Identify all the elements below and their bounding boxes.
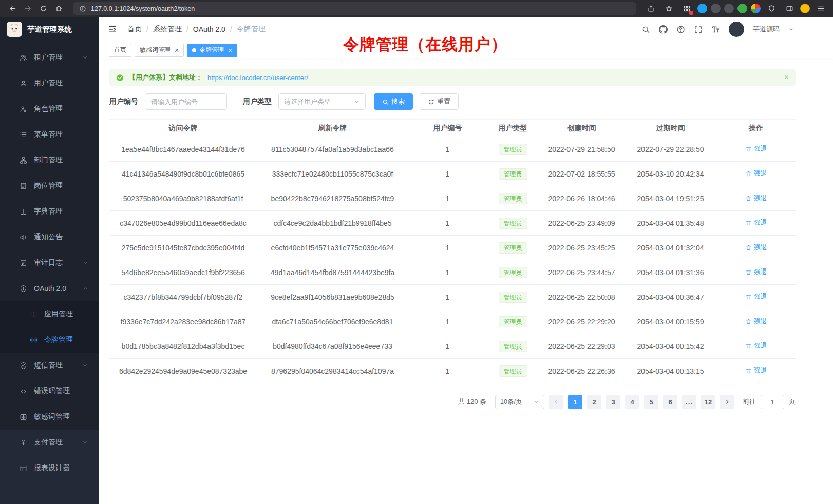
force-logout-button[interactable]: 强退 [745,243,767,252]
user-id-cell: 1 [408,211,487,236]
reload-icon[interactable] [36,2,50,15]
extension-blue-icon[interactable] [697,4,707,13]
app-logo[interactable]: 芋道管理系统 [0,17,99,42]
user-avatar[interactable] [729,22,744,37]
page-size-select[interactable]: 10条/页 [495,395,544,409]
address-bar[interactable]: 127.0.0.1:1024/system/oauth2/token [73,2,636,15]
sidebar-item-errcode[interactable]: 错误码管理 [0,378,99,404]
force-logout-button[interactable]: 强退 [745,144,767,153]
app-menu-icon[interactable] [813,2,828,15]
table-row: c342377bf8b344799dcbf7bf095287f29ce8ef2a… [109,285,796,309]
sidebar-item-token[interactable]: 令牌管理 [0,327,99,353]
force-logout-button[interactable]: 强退 [745,341,767,351]
goto-page-input[interactable] [761,395,784,409]
close-tab-icon[interactable]: × [175,47,179,54]
fullscreen-icon[interactable] [694,25,703,34]
extension-dark-icon[interactable] [711,4,721,13]
tab-item[interactable]: 敏感词管理× [135,44,184,57]
page-button-2[interactable]: 2 [587,395,601,409]
refresh-token-cell: e6cfd40eb1f54571a31e775e039c4624 [257,236,408,260]
sidebar-item-menu[interactable]: 菜单管理 [0,122,99,147]
sidebar-item-oauth[interactable]: OAuth 2.0 [0,276,99,301]
extensions-puzzle-icon[interactable] [751,4,761,13]
goto-label: 前往 [743,397,756,406]
browser-profile-avatar[interactable] [800,4,810,13]
font-size-icon[interactable] [711,25,720,34]
alert-close-icon[interactable]: × [784,73,789,82]
sidebar-item-label: OAuth 2.0 [34,284,66,293]
refresh-token-cell: cdfc4ce9c2da4bb1bdf21b9918ff4be5 [257,211,408,236]
extensions-icon[interactable] [679,2,694,15]
sidebar-item-notice[interactable]: 通知公告 [0,224,99,250]
sidebar-item-dict[interactable]: 字典管理 [0,199,99,224]
sidebar-item-report[interactable]: 报表设计器 [0,455,99,481]
force-logout-button[interactable]: 强退 [745,292,767,301]
sidebar-item-pay[interactable]: 支付管理 [0,430,99,455]
user-type-tag: 管理员 [499,292,527,303]
help-icon[interactable] [676,25,685,34]
action-cell: 强退 [716,309,796,334]
access-token-cell: c342377bf8b344799dcbf7bf095287f2 [109,285,257,309]
action-cell: 强退 [716,236,796,260]
next-page-button[interactable] [720,395,734,409]
chevron-down-icon[interactable] [788,27,794,32]
force-logout-button[interactable]: 强退 [745,169,767,178]
pagination: 共 120 条 10条/页 123456...12 前往 页 [109,395,796,409]
sidebar-item-tenant[interactable]: 租户管理 [0,45,99,70]
force-logout-button[interactable]: 强退 [745,317,767,326]
active-tab-dot [192,48,196,52]
close-tab-icon[interactable]: × [228,47,232,54]
sidebar-item-sensitive[interactable]: 敏感词管理 [0,404,99,430]
sidebar-item-post[interactable]: 岗位管理 [0,173,99,199]
force-logout-button[interactable]: 强退 [745,366,767,375]
page-button-6[interactable]: 6 [663,395,677,409]
page-button-1[interactable]: 1 [568,395,582,409]
sidebar-item-user[interactable]: 用户管理 [0,70,99,96]
extension-green-icon[interactable] [737,4,747,13]
sidebar-item-sms[interactable]: 短信管理 [0,353,99,378]
nav-back-icon[interactable] [5,2,20,15]
tab-active[interactable]: 令牌管理× [187,44,237,57]
home-icon[interactable] [51,2,66,15]
tab-item[interactable]: 首页 [109,44,131,57]
search-icon[interactable] [641,25,650,34]
table-row: 1ea5e44f8bc1467aaede43144f31de76811c5304… [109,137,796,162]
sidebar-item-app[interactable]: 应用管理 [0,301,99,327]
github-icon[interactable] [659,25,668,34]
collapse-sidebar-icon[interactable] [108,25,117,34]
user-id-input[interactable] [145,93,227,110]
sidebar-item-log[interactable]: 审计日志 [0,250,99,276]
user-id-cell: 1 [408,260,487,285]
alert-doc-link[interactable]: https://doc.iocoder.cn/user-center/ [207,74,308,82]
page-button-3[interactable]: 3 [606,395,620,409]
user-type-select[interactable]: 请选择用户类型 [278,93,366,110]
page-button-5[interactable]: 5 [644,395,658,409]
force-logout-button[interactable]: 强退 [745,218,767,227]
share-icon[interactable] [643,2,658,15]
more-pages-button[interactable]: ... [682,395,696,409]
sidebar-toggle-icon[interactable] [782,2,797,15]
breadcrumb-item[interactable]: 系统管理 [153,25,182,34]
breadcrumb-item[interactable]: 首页 [127,25,142,34]
reset-button[interactable]: 重置 [420,93,459,110]
sidebar-item-role[interactable]: 角色管理 [0,96,99,122]
privacy-shield-icon[interactable] [764,2,779,15]
user-name[interactable]: 芋道源码 [753,25,780,34]
sidebar-item-dept[interactable]: 部门管理 [0,147,99,173]
expires-time-cell: 2054-03-04 00:15:59 [624,309,716,334]
action-cell: 强退 [716,334,796,359]
force-logout-button[interactable]: 强退 [745,267,767,277]
nav-forward-icon[interactable] [21,2,35,15]
force-logout-button[interactable]: 强退 [745,193,767,203]
column-header: 操作 [716,120,796,137]
logo-image [7,22,22,37]
breadcrumb-item[interactable]: OAuth 2.0 [193,25,225,33]
search-button[interactable]: 搜索 [374,93,413,110]
page-button-12[interactable]: 12 [701,395,715,409]
page-button-4[interactable]: 4 [625,395,639,409]
action-label: 强退 [754,144,767,153]
bookmark-star-icon[interactable] [661,2,676,15]
extension-dark2-icon[interactable] [724,4,734,13]
site-info-icon[interactable] [79,5,86,12]
prev-page-button[interactable] [549,395,563,409]
